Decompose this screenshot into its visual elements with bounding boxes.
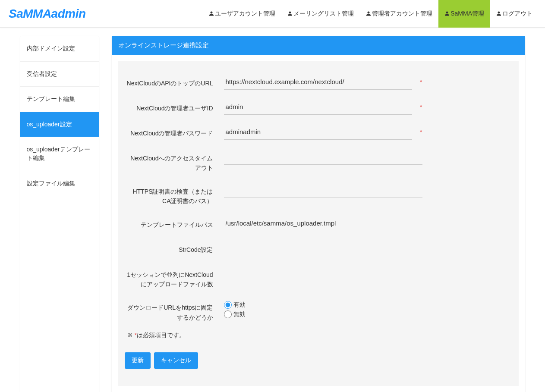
cancel-button[interactable]: キャンセル xyxy=(154,352,198,369)
nav-samma[interactable]: SaMMA管理 xyxy=(438,0,490,28)
input-timeout[interactable] xyxy=(224,149,422,165)
input-admin-user[interactable] xyxy=(224,99,413,115)
label-parallel: 1セッションで並列にNextCloudにアップロードファイル数 xyxy=(125,266,224,289)
required-note: ※ *は必須項目です。 xyxy=(127,332,512,339)
sidebar-item-os-uploader-template[interactable]: os_uploaderテンプレート編集 xyxy=(20,137,99,171)
input-https-cert[interactable] xyxy=(224,182,422,198)
label-https-fixed: ダウンロードURLをhttpsに固定するかどうか xyxy=(125,298,224,322)
sidebar-item-template[interactable]: テンプレート編集 xyxy=(20,87,99,112)
submit-button[interactable]: 更新 xyxy=(125,352,151,369)
radio-disabled-input[interactable] xyxy=(224,310,232,318)
input-parallel[interactable] xyxy=(224,266,422,281)
user-icon xyxy=(366,11,371,16)
panel-title: オンラインストレージ連携設定 xyxy=(112,36,525,55)
input-admin-pass[interactable] xyxy=(224,124,413,140)
label-admin-user: NextCloudの管理者ユーザID xyxy=(125,99,224,113)
input-tmpl-path[interactable] xyxy=(224,216,422,231)
label-timeout: NextCloudへのアクセスタイムアウト xyxy=(125,149,224,173)
nav-admin-account[interactable]: 管理者アカウント管理 xyxy=(360,0,438,28)
radio-enabled-input[interactable] xyxy=(224,301,232,309)
user-icon xyxy=(209,11,214,16)
app-logo: SaMMAadmin xyxy=(6,7,86,21)
sidebar-item-recipient[interactable]: 受信者設定 xyxy=(20,62,99,87)
input-api-url[interactable] xyxy=(224,74,413,90)
sidebar-item-config-file[interactable]: 設定ファイル編集 xyxy=(20,171,99,196)
label-admin-pass: NextCloudの管理者パスワード xyxy=(125,124,224,138)
sidebar-item-os-uploader[interactable]: os_uploader設定 xyxy=(20,112,99,138)
nav-logout[interactable]: ログアウト xyxy=(490,0,539,28)
label-https-cert: HTTPS証明書の検査（またはCA証明書のパス） xyxy=(125,182,224,206)
sidebar: 内部ドメイン設定 受信者設定 テンプレート編集 os_uploader設定 os… xyxy=(20,36,99,392)
sidebar-item-internal-domain[interactable]: 内部ドメイン設定 xyxy=(20,36,99,62)
radio-enabled[interactable]: 有効 xyxy=(224,301,246,309)
required-mark: * xyxy=(420,129,422,135)
label-api-url: NextCloudのAPIのトップのURL xyxy=(125,74,224,88)
top-nav: ユーザアカウント管理 メーリングリスト管理 管理者アカウント管理 SaMMA管理… xyxy=(203,0,539,28)
nav-mailing-list[interactable]: メーリングリスト管理 xyxy=(281,0,360,28)
label-tmpl-path: テンプレートファイルパス xyxy=(125,216,224,229)
settings-panel: オンラインストレージ連携設定 NextCloudのAPIのトップのURL * N… xyxy=(112,36,525,392)
input-strcode[interactable] xyxy=(224,241,422,256)
radio-disabled[interactable]: 無効 xyxy=(224,310,246,318)
label-strcode: StrCode設定 xyxy=(125,241,224,254)
user-icon xyxy=(444,11,450,16)
user-icon xyxy=(287,11,293,16)
required-mark: * xyxy=(420,78,422,85)
required-mark: * xyxy=(420,103,422,110)
nav-user-account[interactable]: ユーザアカウント管理 xyxy=(203,0,281,28)
user-icon xyxy=(496,11,501,16)
